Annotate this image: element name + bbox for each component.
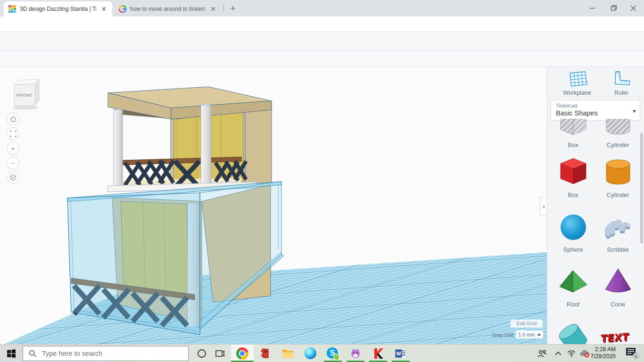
taskbar-edge[interactable] xyxy=(299,345,322,362)
shape-cone[interactable]: Cone xyxy=(595,265,640,308)
shape-library-dropdown[interactable]: Tinkercad Basic Shapes ▼ xyxy=(551,100,640,121)
task-view-button[interactable] xyxy=(209,345,231,362)
restore-button[interactable] xyxy=(603,0,625,16)
shape-cylinder-hole[interactable]: Cylinder xyxy=(595,119,640,148)
tinkercad-favicon-icon xyxy=(8,5,16,13)
hole-box-icon xyxy=(556,119,591,140)
shape-label: Cylinder xyxy=(607,141,629,148)
tinkercad-toolbar: Import Export Send To xyxy=(0,51,644,67)
start-button[interactable] xyxy=(0,345,23,362)
tab-title: 3D design Dazzling Stantia | Tinkercad xyxy=(20,6,96,12)
shapes-sidebar: Workplane Ruler Tinkercad Basic Shapes ▼ xyxy=(547,67,644,344)
screen: 3D design Dazzling Stantia | Tinkercad ✕… xyxy=(0,0,644,362)
workplane-label: Workplane xyxy=(563,90,591,96)
search-icon xyxy=(29,350,36,357)
fit-view-icon xyxy=(10,131,17,137)
tray-date: 7/28/2020 xyxy=(591,353,616,360)
shape-label: Sphere xyxy=(563,246,583,253)
shape-label: Cylinder xyxy=(607,191,629,198)
chrome-icon xyxy=(236,347,248,360)
text-shape-icon: TEXT TEXT xyxy=(601,320,636,344)
tab-close-icon[interactable]: ✕ xyxy=(100,6,107,12)
taskbar-purple-app[interactable] xyxy=(344,345,367,362)
taskbar-kaspersky[interactable] xyxy=(367,345,389,362)
leaf-overlay-icon xyxy=(332,353,340,361)
minimize-button[interactable] xyxy=(581,0,603,16)
sidebar-collapse-button[interactable]: › xyxy=(540,197,547,216)
ruler-tool[interactable]: Ruler xyxy=(600,71,643,96)
cortana-icon xyxy=(197,349,206,358)
caret-up-icon xyxy=(537,333,541,336)
edit-grid-button[interactable]: Edit Grid xyxy=(511,320,543,328)
svg-text:W: W xyxy=(396,351,401,356)
home-view-button[interactable] xyxy=(7,113,19,125)
shape-text[interactable]: TEXT TEXT xyxy=(595,320,640,344)
taskbar-skype[interactable]: S xyxy=(322,345,344,362)
workplane-icon xyxy=(566,71,588,88)
google-favicon-icon xyxy=(119,5,126,13)
zoom-out-button[interactable]: − xyxy=(7,156,19,169)
notification-center-button[interactable]: 5 xyxy=(625,348,641,359)
tray-time: 2:28 AM xyxy=(591,346,616,353)
taskbar-chrome[interactable] xyxy=(231,345,254,362)
purple-app-icon xyxy=(350,348,361,359)
shape-sphere[interactable]: Sphere xyxy=(551,210,595,253)
snap-grid-dropdown[interactable]: 1.0 mm xyxy=(516,330,543,338)
shape-label: Box xyxy=(568,191,578,198)
onedrive-error-icon[interactable] xyxy=(579,348,590,359)
shape-box-hole[interactable]: Box xyxy=(551,119,595,148)
people-icon[interactable] xyxy=(537,348,548,359)
red-app-icon xyxy=(259,348,271,359)
shape-box[interactable]: Box xyxy=(551,156,595,198)
3d-viewport[interactable]: FRONT + − Edit Grid Snap Grid 1.0 mm › xyxy=(0,67,547,344)
taskbar-word[interactable]: W xyxy=(389,345,412,362)
shape-label: Scribble xyxy=(607,246,629,253)
fit-view-button[interactable] xyxy=(7,127,19,140)
red-box-icon xyxy=(556,156,591,190)
taskbar: S W xyxy=(0,344,644,362)
workplane-tool[interactable]: Workplane xyxy=(556,71,598,96)
taskbar-file-explorer[interactable] xyxy=(276,345,299,362)
shape-roof[interactable]: Roof xyxy=(551,265,595,308)
category-name: Basic Shapes xyxy=(556,109,598,117)
shape-scribble[interactable]: Scribble xyxy=(595,210,640,253)
browser-toolbar: tinkercad.com/things/jNZJYc2IO3O-dazzlin… xyxy=(0,16,644,32)
taskbar-red-app[interactable] xyxy=(254,345,276,362)
scribble-icon xyxy=(601,210,636,245)
zoom-in-button[interactable]: + xyxy=(7,142,19,155)
perspective-toggle-button[interactable] xyxy=(7,171,19,184)
snap-grid-label: Snap Grid xyxy=(492,333,513,338)
close-button[interactable] xyxy=(622,0,644,16)
ruler-label: Ruler xyxy=(614,90,628,96)
tinkercad-header: TIN KER CAD Dazzling Stantia xyxy=(0,32,644,51)
search-input[interactable] xyxy=(41,349,175,358)
house-model[interactable] xyxy=(0,67,547,344)
shape-label: Cone xyxy=(611,301,625,308)
perspective-icon xyxy=(9,174,17,181)
sphere-icon xyxy=(556,210,591,245)
round-roof-icon xyxy=(556,320,591,344)
tab-tinkercad[interactable]: 3D design Dazzling Stantia | Tinkercad ✕ xyxy=(4,1,112,16)
view-cube[interactable]: FRONT xyxy=(7,74,42,110)
shape-round-roof[interactable] xyxy=(551,320,595,344)
chevron-down-icon: ▼ xyxy=(632,109,636,114)
svg-text:TEXT: TEXT xyxy=(601,330,629,344)
tab-close-icon[interactable]: ✕ xyxy=(209,6,217,12)
file-explorer-icon xyxy=(282,348,294,359)
view-cube-front-label: FRONT xyxy=(16,92,33,98)
taskbar-search[interactable] xyxy=(23,346,189,361)
snap-grid-value: 1.0 mm xyxy=(518,332,535,337)
chevron-up-icon[interactable] xyxy=(553,348,564,359)
sidebar-divider xyxy=(547,97,644,97)
tab-separator xyxy=(223,4,224,12)
roof-icon xyxy=(556,265,591,300)
orange-cylinder-icon xyxy=(601,156,636,190)
clock[interactable]: 2:28 AM 7/28/2020 xyxy=(591,346,616,360)
shape-cylinder[interactable]: Cylinder xyxy=(595,156,640,198)
new-tab-button[interactable]: + xyxy=(228,4,238,14)
notification-icon: 5 xyxy=(626,347,640,360)
wifi-icon[interactable] xyxy=(566,348,577,359)
tab-google-search[interactable]: how to move around in tinkercad ✕ xyxy=(114,1,222,16)
ruler-icon xyxy=(612,71,631,88)
sidebar-scrollbar[interactable] xyxy=(640,133,643,244)
